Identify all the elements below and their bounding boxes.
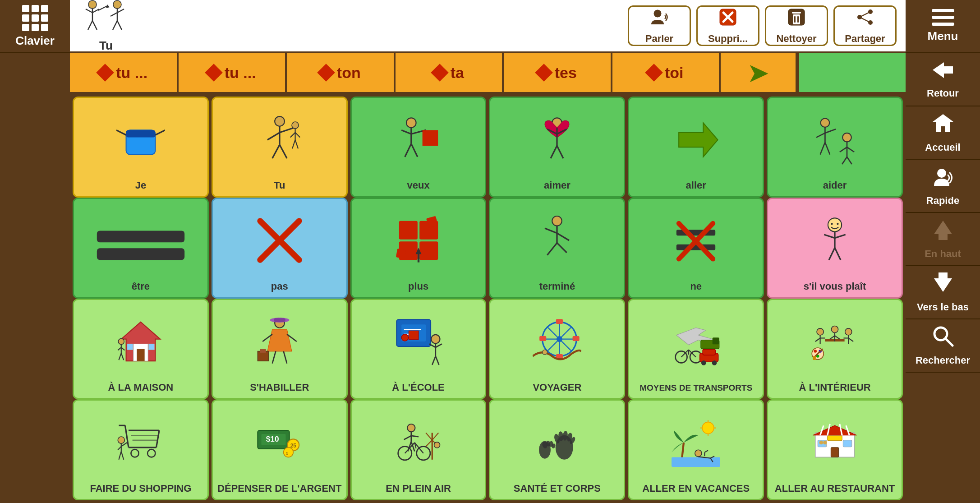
right-sidebar: Menu Retour Accueil Rapide bbox=[906, 0, 980, 503]
svg-point-125 bbox=[401, 334, 408, 341]
svg-line-98 bbox=[829, 248, 835, 260]
svg-rect-244 bbox=[843, 440, 851, 447]
aimer-label: aimer bbox=[544, 180, 571, 191]
cell-ne[interactable]: ne bbox=[628, 198, 764, 299]
rapide-label: Rapide bbox=[926, 195, 959, 207]
cell-transports[interactable]: MOYENS DE TRANSPORTS bbox=[628, 299, 764, 400]
en-haut-icon bbox=[932, 218, 954, 245]
svg-text:5: 5 bbox=[286, 451, 288, 456]
cell-aider[interactable]: aider bbox=[767, 97, 903, 198]
veux-label: veux bbox=[407, 180, 429, 191]
supprimer-button[interactable]: Suppri... bbox=[696, 5, 759, 46]
svg-point-181 bbox=[147, 449, 155, 457]
conj-ta[interactable]: ta bbox=[396, 53, 504, 92]
pleinair-label: EN PLEIN AIR bbox=[386, 483, 451, 494]
conj-arrow[interactable]: ➤ bbox=[721, 53, 797, 92]
rechercher-button[interactable]: Rechercher bbox=[906, 319, 980, 373]
conj-tu2[interactable]: tu ... bbox=[179, 53, 287, 92]
svg-line-86 bbox=[548, 243, 557, 255]
cell-pleinair[interactable]: EN PLEIN AIR bbox=[350, 399, 487, 500]
nettoyer-button[interactable]: Nettoyer bbox=[765, 5, 828, 46]
diamond-icon bbox=[645, 64, 663, 82]
cell-svp[interactable]: s'il vous plaît bbox=[767, 198, 903, 299]
menu-button[interactable]: Menu bbox=[906, 0, 980, 53]
cell-vacances[interactable]: ALLER EN VACANCES bbox=[628, 399, 764, 500]
cell-termine[interactable]: terminé bbox=[489, 198, 625, 299]
cell-shopping[interactable]: FAIRE DU SHOPPING bbox=[73, 399, 209, 500]
cell-sante[interactable]: SANTÉ ET CORPS bbox=[489, 399, 625, 500]
clavier-button[interactable]: Clavier bbox=[0, 0, 70, 53]
cell-interieur[interactable]: À L'INTÉRIEUR bbox=[767, 299, 903, 400]
svg-marker-249 bbox=[933, 114, 953, 132]
cell-pas[interactable]: pas bbox=[212, 198, 348, 299]
conj-ton[interactable]: ton bbox=[287, 53, 396, 92]
svg-rect-140 bbox=[540, 336, 547, 341]
transports-icon bbox=[669, 304, 723, 382]
svg-line-68 bbox=[842, 157, 847, 164]
svg-marker-251 bbox=[934, 221, 952, 240]
cell-argent[interactable]: $10 25 5 DÉPENSER DE L'ARGENT bbox=[212, 399, 348, 500]
veux-icon bbox=[391, 102, 446, 178]
cell-aller[interactable]: aller bbox=[628, 97, 764, 198]
cell-je[interactable]: Je bbox=[73, 97, 209, 198]
accueil-button[interactable]: Accueil bbox=[906, 106, 980, 160]
svg-line-197 bbox=[404, 436, 411, 440]
cell-maison[interactable]: À LA MAISON bbox=[73, 299, 209, 400]
ne-icon bbox=[669, 203, 723, 279]
conj-tu1[interactable]: tu ... bbox=[70, 53, 179, 92]
cell-habiller[interactable]: S'HABILLER bbox=[212, 299, 348, 400]
top-actions: Parler Suppri... bbox=[628, 5, 897, 46]
svg-line-62 bbox=[820, 142, 825, 154]
cell-etre[interactable]: être bbox=[73, 198, 209, 299]
svg-rect-104 bbox=[148, 344, 154, 350]
svg-line-174 bbox=[125, 425, 129, 448]
en-haut-button[interactable]: En haut bbox=[906, 213, 980, 266]
cell-restaurant[interactable]: ALLER AU RESTAURANT bbox=[767, 399, 903, 500]
etre-icon bbox=[87, 203, 195, 279]
svg-rect-124 bbox=[409, 331, 419, 339]
svg-point-163 bbox=[845, 328, 852, 335]
parler-button[interactable]: Parler bbox=[628, 5, 691, 46]
ecole-label: À L'ÉCOLE bbox=[392, 382, 444, 393]
svg-rect-141 bbox=[573, 336, 580, 341]
rapide-button[interactable]: Rapide bbox=[906, 160, 980, 213]
conj-label-tes: tes bbox=[555, 64, 577, 82]
conj-tes[interactable]: tes bbox=[504, 53, 612, 92]
retour-button[interactable]: Retour bbox=[906, 53, 980, 106]
svg-rect-242 bbox=[831, 448, 838, 457]
aider-icon bbox=[808, 102, 862, 178]
speaker-figure bbox=[81, 0, 131, 37]
cell-voyager[interactable]: VOYAGER bbox=[489, 299, 625, 400]
plus-icon bbox=[391, 203, 446, 279]
svg-line-4 bbox=[88, 21, 92, 30]
cell-plus[interactable]: plus bbox=[350, 198, 487, 299]
vers-le-bas-button[interactable]: Vers le bas bbox=[906, 266, 980, 319]
svg-point-93 bbox=[831, 223, 833, 225]
cell-aimer[interactable]: aimer bbox=[489, 97, 625, 198]
tu-icon bbox=[253, 102, 307, 178]
hamburger-icon bbox=[932, 9, 954, 26]
svg-line-66 bbox=[840, 147, 847, 152]
svg-point-64 bbox=[842, 133, 851, 142]
nettoyer-icon bbox=[787, 7, 806, 30]
cell-tu[interactable]: Tu bbox=[212, 97, 348, 198]
pas-label: pas bbox=[271, 281, 288, 292]
svg-point-82 bbox=[552, 216, 562, 226]
partager-button[interactable]: Partager bbox=[833, 5, 897, 46]
svg-marker-252 bbox=[934, 272, 952, 292]
svg-line-46 bbox=[401, 130, 411, 134]
conj-toi[interactable]: toi bbox=[612, 53, 721, 92]
svg-line-60 bbox=[816, 133, 825, 138]
maison-label: À LA MAISON bbox=[108, 382, 174, 393]
svg-line-63 bbox=[825, 142, 830, 154]
svg-line-31 bbox=[155, 130, 165, 135]
plus-label: plus bbox=[408, 281, 428, 292]
cell-veux[interactable]: veux bbox=[350, 97, 487, 198]
pleinair-icon bbox=[391, 404, 446, 480]
svg-point-58 bbox=[821, 118, 829, 127]
svg-point-6 bbox=[113, 0, 121, 9]
cell-ecole[interactable]: À L'ÉCOLE bbox=[350, 299, 487, 400]
svg-line-166 bbox=[848, 338, 853, 342]
main-area: Tu Parler bbox=[70, 0, 906, 503]
parler-icon bbox=[649, 7, 669, 30]
